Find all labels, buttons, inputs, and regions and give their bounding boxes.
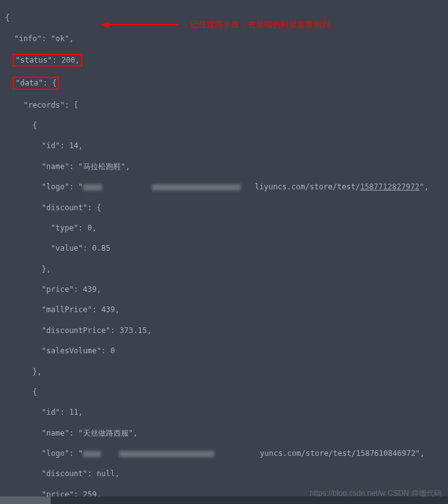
rec0-discount-open: "discount": { xyxy=(5,203,443,213)
rec1-id: "id": 11, xyxy=(5,407,443,417)
info-value: "ok" xyxy=(51,34,69,43)
rec0-name: "name": "马拉松跑鞋", xyxy=(5,161,443,172)
status-line-wrap: "status": 200, xyxy=(5,54,443,66)
info-line: "info": "ok", xyxy=(5,34,443,44)
annotation-arrow: 记住这两个值，在后端的时候需要用到 xyxy=(101,19,330,30)
rec0-price: "price": 439, xyxy=(5,284,443,294)
rec0-salesvolume: "salesVolume": 0 xyxy=(5,346,443,356)
records-open: "records": [ xyxy=(5,100,443,110)
status-highlight-box: "status": 200, xyxy=(13,54,82,66)
rec0-discount-close: }, xyxy=(5,264,443,274)
rec1-open: { xyxy=(5,387,443,397)
rec0-open: { xyxy=(5,120,443,130)
rec1-discount: "discount": null, xyxy=(5,469,443,479)
blur-mask xyxy=(152,184,241,191)
json-code-block: { "info": "ok", "status": 200, "data": {… xyxy=(0,0,448,504)
rec0-mallprice: "mallPrice": 439, xyxy=(5,305,443,315)
rec0-id: "id": 14, xyxy=(5,141,443,151)
rec0-discount-value: "value": 0.85 xyxy=(5,243,443,253)
data-line-wrap: "data": { xyxy=(5,77,443,89)
blur-mask xyxy=(83,184,102,191)
rec0-discountprice: "discountPrice": 373.15, xyxy=(5,325,443,336)
rec0-logo: "logo": " liyuncs.com/store/test/1587712… xyxy=(5,182,443,192)
arrow-head-icon xyxy=(101,22,109,28)
blur-mask xyxy=(119,451,214,457)
status-line: "status": 200, xyxy=(15,56,79,65)
scrollbar-thumb[interactable] xyxy=(0,496,51,504)
logo-link[interactable]: 1587712827972 xyxy=(360,182,419,191)
horizontal-scrollbar[interactable] xyxy=(0,496,448,504)
arrow-line-icon xyxy=(109,24,179,25)
records-label: "records": [ xyxy=(23,101,79,110)
rec1-logo: "logo": " yuncs.com/store/test/158761084… xyxy=(5,448,443,458)
rec0-close: }, xyxy=(5,367,443,377)
rec0-discount-type: "type": 0, xyxy=(5,223,443,233)
rec1-name: "name": "天丝做路西服", xyxy=(5,428,443,438)
annotation-text: 记住这两个值，在后端的时候需要用到 xyxy=(190,19,330,30)
data-line: "data": { xyxy=(15,79,56,87)
blur-mask xyxy=(83,451,101,457)
data-highlight-box: "data": { xyxy=(13,77,59,89)
